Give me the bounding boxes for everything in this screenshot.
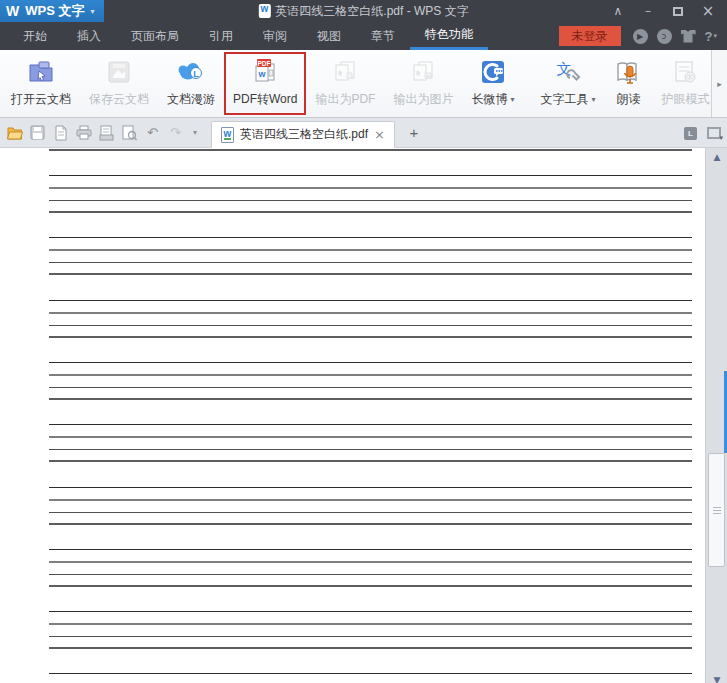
save-icon[interactable] (28, 123, 47, 143)
redo-icon[interactable]: ↷ (166, 123, 185, 143)
writing-line (49, 523, 692, 525)
writing-line (49, 200, 692, 201)
writing-line (49, 436, 692, 438)
export-image-icon (408, 58, 438, 86)
button-label: 文档漫游 (167, 91, 215, 108)
document-tab[interactable]: 英语四线三格空白纸.pdf × (211, 121, 395, 148)
writing-line (49, 336, 692, 338)
export-image-button[interactable]: 输出为图片 (384, 52, 462, 115)
svg-text:文: 文 (556, 60, 571, 77)
dropdown-arrow-icon: ▾ (510, 95, 514, 104)
doc-roaming-button[interactable]: L 文档漫游 (158, 52, 224, 115)
document-page[interactable]: ▲ ▼ (0, 148, 727, 683)
menu-tab-6[interactable]: 章节 (356, 22, 410, 50)
skin-theme-icon[interactable] (681, 30, 696, 43)
tabbar-right-icons: L ▾ (684, 118, 721, 148)
wps-logo-icon: W (6, 3, 19, 19)
writing-line (49, 512, 692, 513)
button-label: 打开云文档 (11, 91, 71, 108)
button-label: 输出为图片 (393, 91, 453, 108)
community-icon[interactable]: ↄ (657, 29, 672, 44)
menu-tab-0[interactable]: 开始 (8, 22, 62, 50)
tab-list-icon[interactable]: ▾ (707, 127, 721, 139)
scrollbar-thumb[interactable] (708, 453, 725, 567)
menu-tab-3[interactable]: 引用 (194, 22, 248, 50)
window-controls: ∧ – × (603, 0, 723, 22)
window-title-text: 英语四线三格空白纸.pdf - WPS 文字 (275, 3, 468, 20)
open-file-icon[interactable] (5, 123, 24, 143)
ribbon-scroll-right-button[interactable]: ▸ (711, 50, 727, 117)
dropdown-arrow-icon: ▾ (591, 95, 595, 104)
writing-lines (49, 148, 692, 683)
wps-app-menu-button[interactable]: W WPS 文字 ▾ (0, 0, 104, 22)
open-cloud-doc-button[interactable]: 打开云文档 (2, 52, 80, 115)
vertical-scrollbar[interactable]: ▲ ▼ (705, 148, 727, 683)
button-label: 护眼模式 (661, 91, 709, 108)
read-aloud-icon (613, 58, 643, 86)
help-label: ? (705, 29, 713, 44)
pdf-to-word-icon: wPDF (250, 56, 280, 86)
pdf-to-word-button[interactable]: wPDF PDF转Word (224, 52, 306, 115)
login-button[interactable]: 未登录 (559, 26, 621, 46)
writing-line (49, 387, 692, 388)
eye-protection-icon (670, 58, 700, 86)
menu-tabs: 开始插入页面布局引用审阅视图章节特色功能 (8, 22, 488, 50)
collapse-ribbon-button[interactable]: ∧ (603, 0, 633, 22)
writing-line (49, 636, 692, 637)
writing-line (49, 374, 692, 376)
play-circle-icon[interactable]: ▶ (633, 29, 648, 44)
menu-bar: 开始插入页面布局引用审阅视图章节特色功能 未登录 ▶ ↄ ?▾ (0, 22, 727, 50)
undo-icon[interactable]: ↶ (143, 123, 162, 143)
doc-roaming-icon: L (176, 58, 206, 86)
export-pdf-icon[interactable] (51, 123, 70, 143)
new-tab-button[interactable]: + (403, 122, 425, 144)
chevron-down-icon: ▾ (719, 134, 723, 142)
button-label: 文字工具 (540, 91, 588, 108)
ribbon-toolbar: 打开云文档 保存云文档 L 文档漫游 wPDF PDF转Word 输出为PDF (0, 50, 727, 118)
writing-line (49, 549, 692, 550)
help-button[interactable]: ?▾ (705, 29, 717, 44)
long-weibo-button[interactable]: 长微博▾ (462, 52, 523, 115)
export-pdf-icon (330, 58, 360, 86)
preview-icon[interactable] (120, 123, 139, 143)
menu-tab-5[interactable]: 视图 (302, 22, 356, 50)
scroll-up-icon[interactable]: ▲ (707, 148, 727, 165)
menu-tab-4[interactable]: 审阅 (248, 22, 302, 50)
svg-text:w: w (258, 69, 267, 79)
print-preview-icon[interactable] (97, 123, 116, 143)
document-tab-bar: ↶ ↷ ▾ 英语四线三格空白纸.pdf × + L ▾ (0, 118, 727, 148)
writing-line (49, 211, 692, 213)
writing-line (49, 561, 692, 563)
button-label: 保存云文档 (89, 91, 149, 108)
minimize-button[interactable]: – (633, 0, 663, 22)
more-commands-icon[interactable]: ▾ (189, 123, 201, 143)
writing-line (49, 647, 692, 649)
print-icon[interactable] (74, 123, 93, 143)
read-aloud-button[interactable]: 朗读 (604, 52, 652, 115)
writing-line (49, 249, 692, 251)
save-cloud-doc-button[interactable]: 保存云文档 (80, 52, 158, 115)
export-pdf-button[interactable]: 输出为PDF (306, 52, 384, 115)
thumb-grip-icon (713, 507, 721, 516)
svg-text:L: L (193, 69, 199, 79)
writing-line (49, 262, 692, 263)
chevron-down-icon: ▾ (90, 7, 94, 16)
window-title: 英语四线三格空白纸.pdf - WPS 文字 (258, 3, 468, 20)
scroll-down-icon[interactable]: ▼ (707, 675, 727, 683)
text-tool-button[interactable]: 文 文字工具▾ (531, 52, 604, 115)
wps-writer-window: W WPS 文字 ▾ 英语四线三格空白纸.pdf - WPS 文字 ∧ – × … (0, 0, 727, 683)
menu-tab-7[interactable]: 特色功能 (410, 22, 488, 50)
writing-line (49, 300, 692, 301)
writing-line (49, 149, 692, 151)
writing-line (49, 487, 692, 488)
roaming-history-icon[interactable]: L (684, 127, 697, 140)
maximize-button[interactable] (663, 0, 693, 22)
close-tab-icon[interactable]: × (374, 127, 385, 142)
document-icon (258, 4, 270, 18)
menu-tab-2[interactable]: 页面布局 (116, 22, 194, 50)
menu-tab-1[interactable]: 插入 (62, 22, 116, 50)
chevron-down-icon: ▾ (713, 32, 717, 40)
writing-line (49, 574, 692, 575)
eye-protection-button[interactable]: 护眼模式 (652, 52, 718, 115)
close-button[interactable]: × (693, 0, 723, 22)
